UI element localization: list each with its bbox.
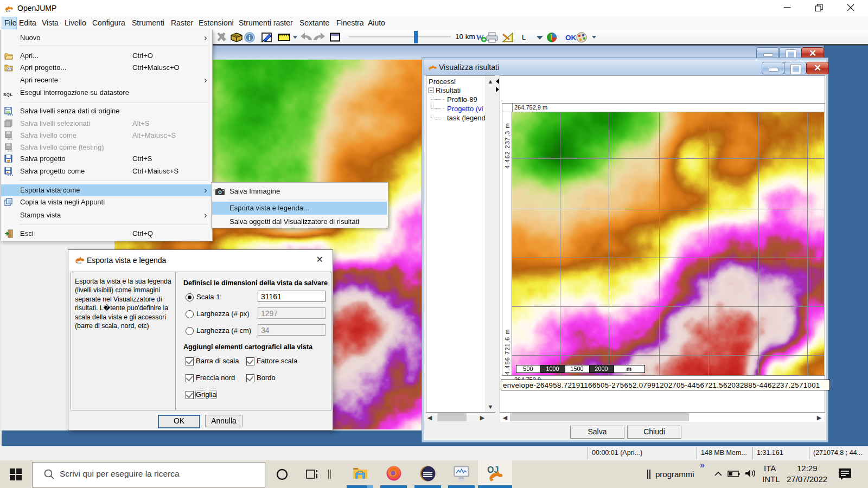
svg-text:OJ: OJ [6, 9, 10, 12]
svg-text:OJ: OJ [77, 261, 81, 265]
svg-text:L: L [522, 33, 526, 41]
svg-text:OK: OK [565, 34, 577, 42]
